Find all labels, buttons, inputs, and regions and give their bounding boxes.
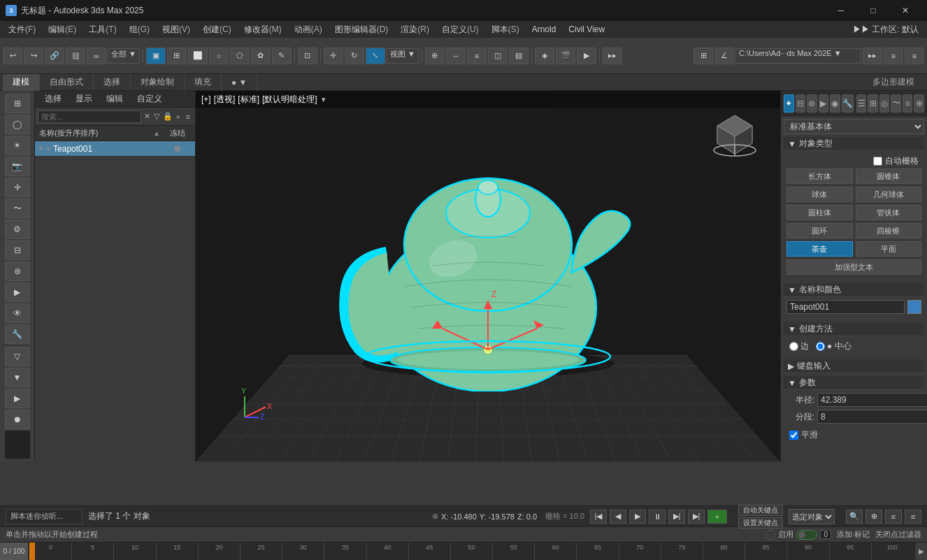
btn-cylinder[interactable]: 圆柱体 <box>786 205 853 220</box>
radius-input[interactable] <box>817 393 927 407</box>
menu-create[interactable]: 创建(C) <box>197 22 237 37</box>
radio-center-input[interactable] <box>816 342 825 351</box>
btn-torus[interactable]: 圆环 <box>786 223 853 238</box>
extra-btn1[interactable]: ⊕ <box>865 510 882 524</box>
minimize-button[interactable]: ─ <box>825 0 857 21</box>
viewport[interactable]: [+] [透视] [标准] [默认明暗处理] ▼ <box>196 91 780 461</box>
vp-menu-icon[interactable]: ▼ <box>320 96 327 103</box>
zoom-btn[interactable]: 🔍 <box>846 510 863 524</box>
tab-selection[interactable]: 选择 <box>94 74 131 91</box>
tab-more[interactable]: ● ▼ <box>222 74 257 91</box>
spacewarps-btn[interactable]: 〜 <box>5 199 30 218</box>
explorer-close-btn[interactable]: ✕ <box>143 110 151 124</box>
rp-tab-utils[interactable]: 🔧 <box>842 94 854 113</box>
enable-toggle[interactable] <box>796 530 817 540</box>
explorer-search-input[interactable] <box>38 110 141 123</box>
view-cube[interactable] <box>710 112 759 161</box>
rp-tab-extra5[interactable]: ≡ <box>903 94 913 113</box>
paint-select[interactable]: ✎ <box>272 48 292 64</box>
menu-group[interactable]: 组(G) <box>124 22 155 37</box>
rp-tab-extra6[interactable]: ⊕ <box>914 94 924 113</box>
stop-btn[interactable]: ⏸ <box>649 510 666 524</box>
filter-dropdown[interactable]: 全部 ▼ <box>108 48 140 64</box>
playhead[interactable] <box>29 543 35 560</box>
menu-modifier[interactable]: 修改器(M) <box>238 22 287 37</box>
angle-snap[interactable]: ∠ <box>714 48 734 64</box>
add-key-btn[interactable]: + <box>707 510 727 524</box>
filter2-btn[interactable]: ▼ <box>5 368 30 387</box>
redo-button[interactable]: ↪ <box>24 48 43 64</box>
btn-plane[interactable]: 平面 <box>856 241 922 257</box>
menu-graph-editor[interactable]: 图形编辑器(D) <box>329 22 394 37</box>
object-name-input[interactable] <box>786 300 905 314</box>
rect-select[interactable]: ⬜ <box>188 48 208 64</box>
go-start-btn[interactable]: |◀ <box>590 510 607 524</box>
snap-toggle[interactable]: ⊞ <box>694 48 713 64</box>
radio-edge[interactable]: 边 <box>789 340 809 352</box>
hierarchy-btn[interactable]: ⊛ <box>5 261 30 281</box>
path-options[interactable]: ≡ <box>884 48 903 64</box>
bind-button[interactable]: ∞ <box>87 48 106 64</box>
helpers-btn[interactable]: ✛ <box>5 178 30 197</box>
btn-teapot[interactable]: 茶壶 <box>786 241 853 257</box>
view-dropdown[interactable]: 视图 ▼ <box>387 48 419 64</box>
btn-pyramid[interactable]: 四棱锥 <box>856 223 922 238</box>
timeline-btn[interactable]: 0 / 100 <box>0 543 28 560</box>
scene-item-teapot[interactable]: 👁 ● Teapot001 ✱ <box>35 141 195 157</box>
menu-workspace[interactable]: ▶▶ 工作区: 默认 <box>847 22 924 37</box>
rp-tab-extra1[interactable]: ☰ <box>856 94 867 113</box>
tab-freeform[interactable]: 自由形式 <box>40 74 94 91</box>
object-type-dropdown[interactable]: 标准基本体 <box>784 119 924 134</box>
circle-select[interactable]: ○ <box>209 48 229 64</box>
btn-cone[interactable]: 圆锥体 <box>856 168 922 184</box>
menu-tools[interactable]: 工具(T) <box>83 22 122 37</box>
vp-perspective-label[interactable]: [透视] <box>214 94 236 106</box>
expand-path[interactable]: ▸▸ <box>863 48 882 64</box>
explorer-menu-select[interactable]: 选择 <box>39 92 67 106</box>
play-btn-pb[interactable]: ▶ <box>629 510 646 524</box>
section-object-type-header[interactable]: ▼ 对象类型 <box>784 137 924 151</box>
btn-box[interactable]: 长方体 <box>786 168 853 184</box>
material-editor[interactable]: ◈ <box>535 48 554 64</box>
rp-tab-extra3[interactable]: ◎ <box>879 94 890 113</box>
section-keyboard-header[interactable]: ▶ 键盘输入 <box>784 359 924 373</box>
modify-btn[interactable]: ⊟ <box>5 240 30 260</box>
display-btn[interactable]: 👁 <box>5 303 30 323</box>
explorer-menu-display[interactable]: 显示 <box>70 92 98 106</box>
select-move[interactable]: ✛ <box>324 48 343 64</box>
addmark-label[interactable]: 添加·标记 <box>837 529 870 540</box>
section-creation-header[interactable]: ▼ 创建方法 <box>784 322 924 336</box>
vp-shading-label[interactable]: [默认明暗处理] <box>262 94 317 106</box>
link-button[interactable]: 🔗 <box>45 48 64 64</box>
select-by-name[interactable]: ⊞ <box>167 48 187 64</box>
menu-file[interactable]: 文件(F) <box>3 22 41 37</box>
record-btn[interactable]: ⏺ <box>5 410 30 429</box>
extra-btn2[interactable]: ≡ <box>885 510 902 524</box>
explorer-menu-customize[interactable]: 自定义 <box>131 92 168 106</box>
rp-tab-modify[interactable]: ⊟ <box>796 94 806 113</box>
menu-civil-view[interactable]: Civil View <box>563 22 610 37</box>
prev-frame-btn[interactable]: ◀ <box>610 510 626 524</box>
script-mini-listener[interactable]: 脚本迷你侦听... <box>6 509 82 524</box>
play-btn[interactable]: ▶ <box>5 389 30 408</box>
bottom-extra[interactable] <box>5 431 30 459</box>
smooth-checkbox[interactable] <box>789 431 798 440</box>
create-btn[interactable]: ⊞ <box>5 94 30 113</box>
layer-manager[interactable]: ▤ <box>509 48 529 64</box>
explorer-menu-edit[interactable]: 编辑 <box>101 92 129 106</box>
menu-customize[interactable]: 自定义(U) <box>436 22 484 37</box>
select-rotate[interactable]: ↻ <box>345 48 364 64</box>
quick-render[interactable]: ▶ <box>577 48 596 64</box>
radio-center[interactable]: ● 中心 <box>816 340 851 352</box>
menu-view[interactable]: 视图(V) <box>157 22 196 37</box>
lights-btn[interactable]: ☀ <box>5 136 30 155</box>
btn-sphere[interactable]: 球体 <box>786 187 853 202</box>
segs-input[interactable] <box>817 410 927 424</box>
section-params-header[interactable]: ▼ 参数 <box>784 376 924 390</box>
explorer-lock-btn[interactable]: 🔒 <box>163 110 173 124</box>
menu-animation[interactable]: 动画(A) <box>289 22 328 37</box>
cameras-btn[interactable]: 📷 <box>5 157 30 176</box>
filter-btn[interactable]: ▽ <box>5 347 30 366</box>
window-crossing[interactable]: ⊡ <box>298 48 317 64</box>
align[interactable]: ≡ <box>467 48 487 64</box>
